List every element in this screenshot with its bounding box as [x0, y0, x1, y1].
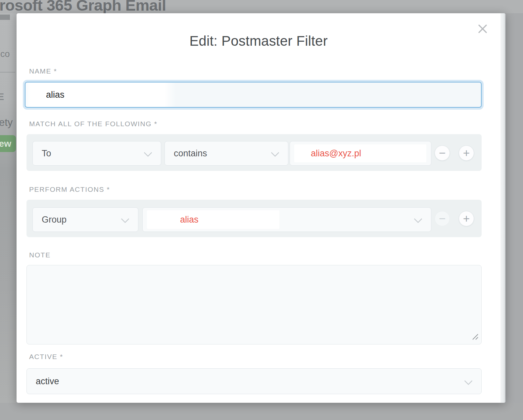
perform-actions-row: Group alias − + [26, 200, 482, 237]
add-action-button[interactable]: + [459, 211, 474, 226]
dialog-title: Edit: Postmaster Filter [17, 33, 500, 49]
background-page-title: rosoft 365 Graph Email [0, 0, 166, 14]
minus-icon: − [439, 212, 446, 225]
active-select[interactable]: active [26, 368, 482, 394]
action-attribute-value: Group [42, 208, 67, 232]
background-row-fragment: ety [0, 117, 13, 129]
match-value-text: alias@xyz.pl [311, 141, 361, 165]
match-attribute-value: To [42, 141, 51, 165]
new-button-fragment[interactable]: ew [0, 135, 16, 152]
plus-icon: + [463, 146, 470, 159]
action-value-select[interactable]: alias [142, 207, 431, 232]
name-input-value: alias [46, 82, 65, 107]
action-attribute-select[interactable]: Group [32, 207, 138, 232]
close-icon [477, 24, 488, 34]
edit-postmaster-filter-dialog: Edit: Postmaster Filter NAME * alias MAT… [17, 13, 505, 403]
screen: rosoft 365 Graph Email co E ety ew Edit:… [0, 0, 523, 420]
name-input[interactable]: alias [25, 82, 482, 108]
resize-handle[interactable] [472, 333, 479, 342]
plus-icon: + [463, 212, 470, 225]
match-operator-value: contains [174, 141, 207, 165]
chevron-down-icon [414, 215, 422, 223]
minus-icon: − [439, 146, 446, 159]
resize-grip-icon [472, 333, 479, 341]
note-textarea[interactable] [26, 265, 482, 344]
background-header-fragment: E [0, 91, 4, 102]
backdrop-left: co E ety ew [0, 13, 17, 403]
match-conditions-row: To contains alias@xyz.pl − + [26, 134, 482, 171]
background-tab-fragment: co [0, 49, 10, 59]
backdrop-right [505, 13, 523, 403]
match-attribute-select[interactable]: To [32, 141, 161, 166]
match-value-input[interactable]: alias@xyz.pl [290, 141, 431, 166]
active-select-value: active [36, 369, 59, 394]
active-label: ACTIVE * [29, 353, 63, 361]
add-condition-button[interactable]: + [459, 145, 474, 161]
chevron-down-icon [271, 148, 279, 157]
match-operator-select[interactable]: contains [165, 141, 288, 166]
note-label: NOTE [29, 251, 51, 259]
remove-condition-button[interactable]: − [435, 145, 450, 161]
background-divider [0, 72, 15, 73]
input-highlight [147, 210, 279, 229]
perform-actions-label: PERFORM ACTIONS * [29, 185, 110, 193]
backdrop-bottom [0, 403, 523, 420]
name-label: NAME * [29, 67, 57, 75]
remove-action-button[interactable]: − [435, 211, 450, 226]
chevron-down-icon [144, 148, 152, 157]
chevron-down-icon [121, 215, 129, 223]
match-label: MATCH ALL OF THE FOLLOWING * [29, 120, 157, 128]
background-ui-fragment [0, 15, 10, 20]
chevron-down-icon [464, 377, 472, 385]
modal-scrollbar[interactable] [500, 13, 505, 403]
action-value-text: alias [180, 208, 199, 232]
